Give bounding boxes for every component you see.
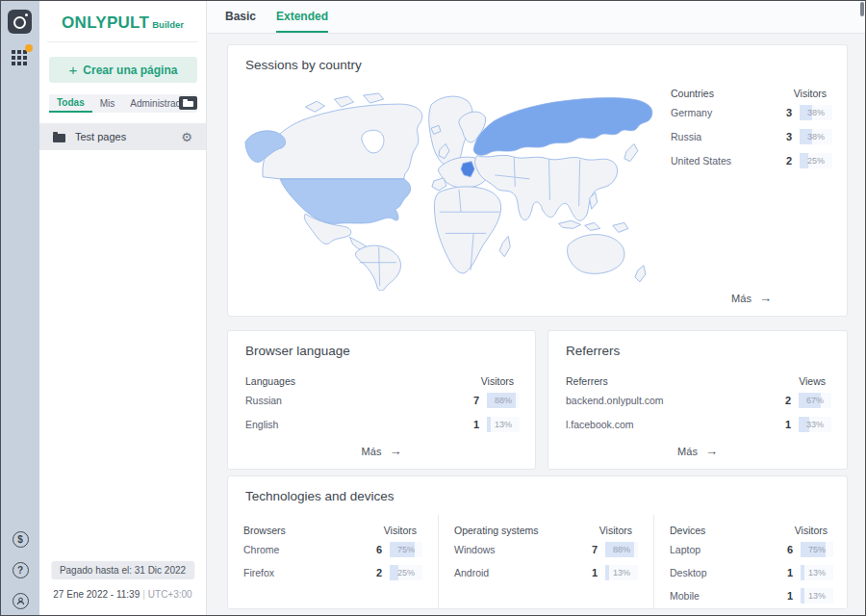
arrow-right-icon: → bbox=[705, 445, 718, 457]
col-visitors: Visitors bbox=[795, 525, 828, 536]
icon-rail: $ ? bbox=[1, 1, 39, 615]
col-visitors: Visitors bbox=[384, 525, 417, 536]
map-new-guinea bbox=[613, 222, 628, 232]
brand-logo[interactable]: ONLYPULTBuilder bbox=[39, 13, 206, 33]
map-arctic-island bbox=[364, 93, 384, 103]
table-row: United States 2 25% bbox=[671, 150, 832, 171]
row-percent-bar: 13% bbox=[605, 565, 638, 580]
row-value: 1 bbox=[783, 590, 793, 602]
row-value: 3 bbox=[782, 107, 792, 118]
col-visitors: Visitors bbox=[794, 88, 827, 99]
map-iberia bbox=[432, 178, 446, 191]
row-label: Windows bbox=[454, 544, 588, 555]
arrow-right-icon: → bbox=[389, 445, 401, 457]
row-value: 6 bbox=[372, 544, 382, 555]
sessions-by-country-panel: Sessions by country bbox=[227, 44, 848, 317]
table-row: Android 1 13% bbox=[454, 562, 638, 582]
row-percent-bar: 67% bbox=[799, 393, 831, 408]
datetime-separator: | bbox=[142, 589, 145, 600]
more-label: Más bbox=[362, 446, 382, 457]
create-page-label: Crear una página bbox=[83, 64, 177, 77]
row-percent-bar: 33% bbox=[799, 417, 831, 432]
apps-grid-icon[interactable] bbox=[1, 43, 39, 68]
help-icon[interactable]: ? bbox=[13, 562, 29, 578]
panel-title: Technologies and devices bbox=[245, 489, 395, 503]
sidebar-tabs: Todas Mis Administrador bbox=[49, 94, 197, 113]
row-percent-bar: 13% bbox=[487, 417, 520, 432]
account-icon[interactable] bbox=[13, 593, 29, 609]
add-folder-button[interactable] bbox=[179, 96, 197, 110]
world-map bbox=[242, 91, 657, 291]
gear-icon[interactable]: ⚙ bbox=[181, 131, 192, 143]
more-link[interactable]: Más → bbox=[671, 292, 832, 304]
row-percent-bar: 13% bbox=[801, 588, 833, 603]
row-value: 1 bbox=[781, 419, 791, 430]
operating-systems-column: Operating systems Visitors Windows 7 88%… bbox=[438, 515, 653, 608]
panel-title: Referrers bbox=[566, 344, 620, 358]
row-label: United States bbox=[671, 155, 782, 167]
sidebar-item-test-pages[interactable]: Test pages ⚙ bbox=[39, 123, 206, 150]
plus-icon: + bbox=[69, 62, 78, 78]
row-label: Russian bbox=[245, 395, 470, 406]
col-visitors: Visitors bbox=[599, 525, 632, 536]
tab-basic[interactable]: Basic bbox=[225, 1, 256, 31]
map-madagascar bbox=[499, 236, 510, 256]
row-label: Desktop bbox=[670, 567, 783, 578]
map-arctic-island bbox=[305, 101, 324, 112]
subscription-icon[interactable]: $ bbox=[13, 531, 29, 548]
timezone[interactable]: UTC+3:00 bbox=[148, 589, 192, 600]
map-south-america bbox=[355, 245, 400, 291]
scrollbar-thumb[interactable] bbox=[860, 2, 864, 16]
row-value: 2 bbox=[781, 395, 791, 406]
col-referrers: Referrers bbox=[566, 375, 608, 387]
languages-table: Languages Visitors Russian 7 88% English… bbox=[245, 375, 520, 435]
table-row: Mobile 1 13% bbox=[670, 585, 833, 605]
map-indonesia bbox=[559, 220, 581, 228]
map-country-russia[interactable] bbox=[473, 98, 652, 156]
table-row: Germany 3 38% bbox=[671, 102, 832, 123]
app-window: $ ? ONLYPULTBuilder + Crear una página T… bbox=[0, 0, 866, 616]
table-row: backend.onlypult.com 2 67% bbox=[566, 390, 831, 411]
table-header: Browsers Visitors bbox=[243, 525, 422, 536]
create-page-button[interactable]: + Crear una página bbox=[49, 57, 197, 83]
row-percent-bar: 38% bbox=[800, 129, 832, 144]
browsers-column: Browsers Visitors Chrome 6 75% Firefox 2… bbox=[228, 515, 438, 608]
more-link[interactable]: Más → bbox=[228, 445, 535, 457]
row-value: 2 bbox=[782, 155, 792, 167]
camera-icon[interactable] bbox=[8, 10, 32, 34]
brand-name: ONLYPULT bbox=[62, 13, 149, 32]
table-row: l.facebook.com 1 33% bbox=[566, 414, 831, 435]
folder-icon bbox=[53, 134, 65, 142]
map-country-usa[interactable] bbox=[280, 179, 410, 224]
row-label: Chrome bbox=[243, 544, 372, 555]
row-value: 2 bbox=[372, 567, 382, 578]
row-value: 6 bbox=[783, 544, 793, 555]
referrers-panel: Referrers Referrers Views backend.onlypu… bbox=[548, 330, 848, 470]
col-visitors: Visitors bbox=[481, 375, 514, 387]
datetime-row: 27 Ene 2022 - 11:39|UTC+3:00 bbox=[39, 589, 206, 600]
row-percent-bar: 88% bbox=[605, 542, 638, 557]
tab-extended[interactable]: Extended bbox=[276, 1, 328, 33]
row-label: Laptop bbox=[670, 544, 783, 555]
row-label: Germany bbox=[671, 107, 782, 118]
brand-suffix: Builder bbox=[152, 19, 184, 30]
table-header: Operating systems Visitors bbox=[454, 525, 638, 536]
table-row: Firefox 2 25% bbox=[243, 562, 422, 582]
stats-tab-bar: Basic Extended bbox=[207, 1, 865, 34]
devices-column: Devices Visitors Laptop 6 75% Desktop 1 … bbox=[653, 515, 849, 608]
tab-mis[interactable]: Mis bbox=[92, 94, 123, 113]
row-label: l.facebook.com bbox=[566, 419, 781, 430]
more-link[interactable]: Más → bbox=[548, 445, 847, 457]
row-label: Firefox bbox=[243, 567, 372, 578]
tab-todas[interactable]: Todas bbox=[49, 94, 92, 113]
table-row: English 1 13% bbox=[245, 414, 520, 435]
col-languages: Languages bbox=[245, 375, 295, 387]
map-new-zealand bbox=[635, 266, 646, 282]
paid-until-badge: Pagado hasta el: 31 Dic 2022 bbox=[51, 561, 194, 579]
row-percent-bar: 75% bbox=[801, 542, 833, 557]
arrow-right-icon: → bbox=[759, 292, 772, 304]
panel-title: Browser language bbox=[245, 344, 350, 358]
main-area: Basic Extended Sessions by country bbox=[207, 1, 865, 615]
row-label: backend.onlypult.com bbox=[566, 395, 781, 406]
table-row: Laptop 6 75% bbox=[670, 539, 833, 559]
